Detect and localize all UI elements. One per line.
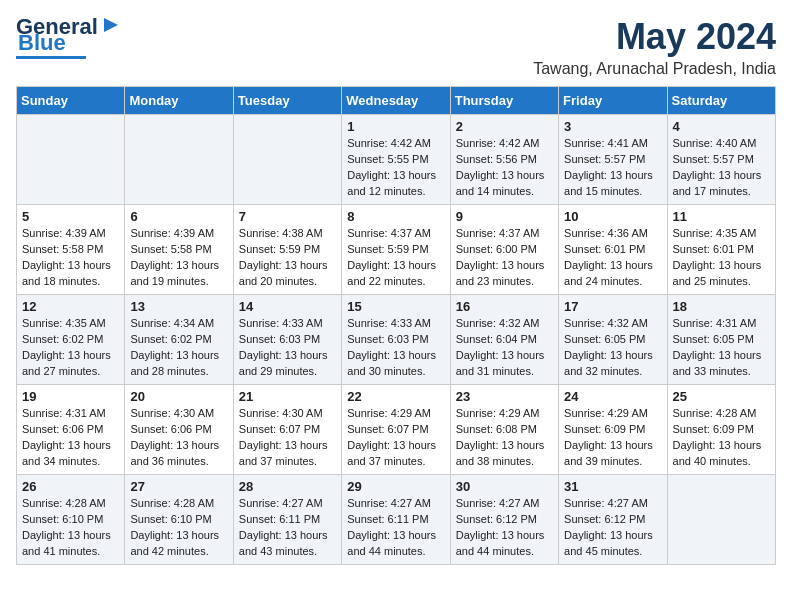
title-area: May 2024 Tawang, Arunachal Pradesh, Indi… (533, 16, 776, 78)
logo-underline (16, 56, 86, 59)
daylight-text: Daylight: 13 hours and 12 minutes. (347, 169, 436, 197)
cell-info: Sunrise: 4:32 AM Sunset: 6:05 PM Dayligh… (564, 316, 661, 380)
sunrise-text: Sunrise: 4:35 AM (22, 317, 106, 329)
calendar-cell: 24 Sunrise: 4:29 AM Sunset: 6:09 PM Dayl… (559, 385, 667, 475)
day-number: 5 (22, 209, 119, 224)
sunset-text: Sunset: 6:09 PM (564, 423, 645, 435)
day-number: 23 (456, 389, 553, 404)
day-number: 18 (673, 299, 770, 314)
day-number: 27 (130, 479, 227, 494)
cell-info: Sunrise: 4:42 AM Sunset: 5:56 PM Dayligh… (456, 136, 553, 200)
daylight-text: Daylight: 13 hours and 44 minutes. (347, 529, 436, 557)
daylight-text: Daylight: 13 hours and 40 minutes. (673, 439, 762, 467)
cell-info: Sunrise: 4:40 AM Sunset: 5:57 PM Dayligh… (673, 136, 770, 200)
daylight-text: Daylight: 13 hours and 25 minutes. (673, 259, 762, 287)
sunset-text: Sunset: 5:57 PM (673, 153, 754, 165)
sunset-text: Sunset: 5:56 PM (456, 153, 537, 165)
cell-info: Sunrise: 4:30 AM Sunset: 6:07 PM Dayligh… (239, 406, 336, 470)
sunrise-text: Sunrise: 4:31 AM (22, 407, 106, 419)
sunrise-text: Sunrise: 4:42 AM (347, 137, 431, 149)
calendar-week-row: 26 Sunrise: 4:28 AM Sunset: 6:10 PM Dayl… (17, 475, 776, 565)
sunrise-text: Sunrise: 4:37 AM (347, 227, 431, 239)
cell-info: Sunrise: 4:28 AM Sunset: 6:09 PM Dayligh… (673, 406, 770, 470)
sunrise-text: Sunrise: 4:39 AM (22, 227, 106, 239)
cell-info: Sunrise: 4:36 AM Sunset: 6:01 PM Dayligh… (564, 226, 661, 290)
col-friday: Friday (559, 87, 667, 115)
cell-info: Sunrise: 4:34 AM Sunset: 6:02 PM Dayligh… (130, 316, 227, 380)
daylight-text: Daylight: 13 hours and 33 minutes. (673, 349, 762, 377)
sunrise-text: Sunrise: 4:28 AM (673, 407, 757, 419)
col-wednesday: Wednesday (342, 87, 450, 115)
calendar-cell (125, 115, 233, 205)
day-number: 15 (347, 299, 444, 314)
sunset-text: Sunset: 6:10 PM (22, 513, 103, 525)
col-saturday: Saturday (667, 87, 775, 115)
sunset-text: Sunset: 6:02 PM (22, 333, 103, 345)
cell-info: Sunrise: 4:28 AM Sunset: 6:10 PM Dayligh… (22, 496, 119, 560)
calendar-cell: 20 Sunrise: 4:30 AM Sunset: 6:06 PM Dayl… (125, 385, 233, 475)
col-monday: Monday (125, 87, 233, 115)
sunset-text: Sunset: 6:05 PM (564, 333, 645, 345)
sunset-text: Sunset: 6:03 PM (239, 333, 320, 345)
sunset-text: Sunset: 5:58 PM (130, 243, 211, 255)
calendar-table: Sunday Monday Tuesday Wednesday Thursday… (16, 86, 776, 565)
cell-info: Sunrise: 4:35 AM Sunset: 6:01 PM Dayligh… (673, 226, 770, 290)
sunrise-text: Sunrise: 4:30 AM (239, 407, 323, 419)
cell-info: Sunrise: 4:27 AM Sunset: 6:11 PM Dayligh… (347, 496, 444, 560)
calendar-cell: 7 Sunrise: 4:38 AM Sunset: 5:59 PM Dayli… (233, 205, 341, 295)
daylight-text: Daylight: 13 hours and 39 minutes. (564, 439, 653, 467)
sunset-text: Sunset: 6:00 PM (456, 243, 537, 255)
sunset-text: Sunset: 5:58 PM (22, 243, 103, 255)
cell-info: Sunrise: 4:29 AM Sunset: 6:08 PM Dayligh… (456, 406, 553, 470)
daylight-text: Daylight: 13 hours and 43 minutes. (239, 529, 328, 557)
sunrise-text: Sunrise: 4:27 AM (347, 497, 431, 509)
day-number: 28 (239, 479, 336, 494)
day-number: 22 (347, 389, 444, 404)
sunset-text: Sunset: 6:06 PM (130, 423, 211, 435)
page-header: General Blue May 2024 Tawang, Arunachal … (16, 16, 776, 78)
calendar-cell: 1 Sunrise: 4:42 AM Sunset: 5:55 PM Dayli… (342, 115, 450, 205)
sunrise-text: Sunrise: 4:38 AM (239, 227, 323, 239)
daylight-text: Daylight: 13 hours and 24 minutes. (564, 259, 653, 287)
sunset-text: Sunset: 5:59 PM (239, 243, 320, 255)
daylight-text: Daylight: 13 hours and 29 minutes. (239, 349, 328, 377)
sunrise-text: Sunrise: 4:27 AM (456, 497, 540, 509)
day-number: 13 (130, 299, 227, 314)
cell-info: Sunrise: 4:35 AM Sunset: 6:02 PM Dayligh… (22, 316, 119, 380)
month-title: May 2024 (533, 16, 776, 58)
daylight-text: Daylight: 13 hours and 37 minutes. (347, 439, 436, 467)
calendar-cell: 3 Sunrise: 4:41 AM Sunset: 5:57 PM Dayli… (559, 115, 667, 205)
calendar-cell: 12 Sunrise: 4:35 AM Sunset: 6:02 PM Dayl… (17, 295, 125, 385)
sunrise-text: Sunrise: 4:29 AM (347, 407, 431, 419)
calendar-week-row: 1 Sunrise: 4:42 AM Sunset: 5:55 PM Dayli… (17, 115, 776, 205)
logo-blue-text: Blue (18, 32, 66, 54)
day-number: 25 (673, 389, 770, 404)
sunset-text: Sunset: 6:01 PM (673, 243, 754, 255)
sunset-text: Sunset: 6:11 PM (347, 513, 428, 525)
sunset-text: Sunset: 5:55 PM (347, 153, 428, 165)
col-thursday: Thursday (450, 87, 558, 115)
day-number: 16 (456, 299, 553, 314)
day-number: 10 (564, 209, 661, 224)
daylight-text: Daylight: 13 hours and 14 minutes. (456, 169, 545, 197)
calendar-cell: 22 Sunrise: 4:29 AM Sunset: 6:07 PM Dayl… (342, 385, 450, 475)
cell-info: Sunrise: 4:30 AM Sunset: 6:06 PM Dayligh… (130, 406, 227, 470)
sunrise-text: Sunrise: 4:27 AM (564, 497, 648, 509)
calendar-cell: 25 Sunrise: 4:28 AM Sunset: 6:09 PM Dayl… (667, 385, 775, 475)
calendar-cell: 6 Sunrise: 4:39 AM Sunset: 5:58 PM Dayli… (125, 205, 233, 295)
day-number: 14 (239, 299, 336, 314)
calendar-cell: 26 Sunrise: 4:28 AM Sunset: 6:10 PM Dayl… (17, 475, 125, 565)
calendar-cell (233, 115, 341, 205)
sunrise-text: Sunrise: 4:33 AM (347, 317, 431, 329)
daylight-text: Daylight: 13 hours and 41 minutes. (22, 529, 111, 557)
col-tuesday: Tuesday (233, 87, 341, 115)
sunset-text: Sunset: 6:02 PM (130, 333, 211, 345)
day-number: 19 (22, 389, 119, 404)
sunrise-text: Sunrise: 4:37 AM (456, 227, 540, 239)
sunrise-text: Sunrise: 4:33 AM (239, 317, 323, 329)
daylight-text: Daylight: 13 hours and 36 minutes. (130, 439, 219, 467)
sunrise-text: Sunrise: 4:39 AM (130, 227, 214, 239)
calendar-cell: 9 Sunrise: 4:37 AM Sunset: 6:00 PM Dayli… (450, 205, 558, 295)
sunrise-text: Sunrise: 4:32 AM (564, 317, 648, 329)
sunset-text: Sunset: 6:08 PM (456, 423, 537, 435)
